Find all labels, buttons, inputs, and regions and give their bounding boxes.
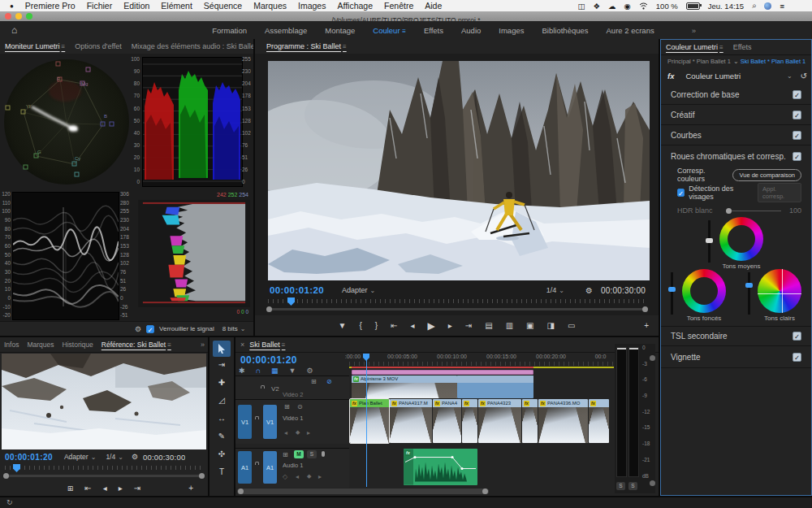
program-zoom-bar[interactable] xyxy=(268,308,646,310)
midtones-slider-handle[interactable] xyxy=(706,238,713,243)
fx-badge[interactable]: fx xyxy=(353,376,359,382)
menu-images[interactable]: Images xyxy=(298,1,326,11)
menu-element[interactable]: Elément xyxy=(161,1,192,11)
tabs-overflow-icon[interactable]: » xyxy=(197,341,208,349)
export-frame-button[interactable]: ▣ xyxy=(526,321,533,330)
slip-tool[interactable]: ↔ xyxy=(209,414,234,423)
correction-checkbox[interactable] xyxy=(793,90,801,99)
v1-clip-short-2[interactable]: fx xyxy=(522,399,538,443)
panel-menu-icon[interactable]: ≡ xyxy=(719,44,723,51)
home-icon[interactable]: ⌂ xyxy=(11,24,17,36)
hdr-value[interactable]: 100 xyxy=(789,206,801,215)
panel-menu-icon[interactable]: ≡ xyxy=(167,341,171,349)
program-scrubber[interactable] xyxy=(268,299,646,303)
add-marker-button[interactable]: ▼ xyxy=(339,321,347,330)
timeline-timecode[interactable]: 00:00:01:20 xyxy=(240,354,297,366)
panel-menu-icon[interactable]: ≡ xyxy=(62,43,66,50)
apply-match-button[interactable]: Appl. corresp. xyxy=(758,183,801,202)
reference-timecode[interactable]: 00:00:01:20 xyxy=(5,453,53,462)
program-zoom-dropdown[interactable]: 1/4⌄ xyxy=(546,286,564,294)
hscroll-handle-left[interactable] xyxy=(238,488,244,494)
comparison-view-button[interactable]: Vue de comparaison xyxy=(732,169,801,181)
vignette-checkbox[interactable] xyxy=(793,353,801,362)
roues-checkbox[interactable] xyxy=(793,152,801,161)
mark-out-button[interactable]: } xyxy=(375,321,378,330)
wifi-icon[interactable] xyxy=(639,2,648,10)
step-forward-button[interactable]: ▸ xyxy=(119,484,123,493)
v1-target-box[interactable]: V1 xyxy=(263,405,277,439)
v3-clip[interactable] xyxy=(352,370,533,375)
effect-dropdown[interactable]: Couleur Lumetri xyxy=(685,72,741,80)
workspace-couleur[interactable]: Couleur ≡ xyxy=(373,26,406,35)
spotlight-icon[interactable]: ⌕ xyxy=(752,1,756,11)
v1-clip-pana4323[interactable]: fxPANA4323 xyxy=(478,399,521,443)
highlights-wheel[interactable] xyxy=(758,269,801,313)
v2-track-id[interactable]: V2 xyxy=(271,385,279,393)
comparison-view-button[interactable]: ◨ xyxy=(547,321,555,330)
shadows-slider[interactable] xyxy=(671,272,673,315)
timeline-vscroll-bottom[interactable] xyxy=(650,480,655,486)
goto-out-button[interactable]: ⇥ xyxy=(134,484,140,493)
timeline-hscrollbar[interactable] xyxy=(237,488,489,494)
menu-edition[interactable]: Edition xyxy=(123,1,149,11)
section-vignette[interactable]: Vignette xyxy=(661,347,811,368)
workspace-audio[interactable]: Audio xyxy=(461,26,481,35)
safe-margins-button[interactable]: ▭ xyxy=(568,321,575,330)
program-timecode[interactable]: 00:00:01:20 xyxy=(270,285,324,295)
menu-marques[interactable]: Marques xyxy=(253,1,287,11)
siri-icon[interactable] xyxy=(764,2,771,10)
workspace-montage[interactable]: Montage xyxy=(325,26,355,35)
pen-tool[interactable]: ✎ xyxy=(209,432,234,441)
tab-couleur-lumetri[interactable]: Couleur Lumetri≡ xyxy=(661,43,728,51)
zoom-bar-handle-right[interactable] xyxy=(199,473,205,479)
meter-solo-right[interactable]: S xyxy=(628,482,637,490)
track-select-tool[interactable]: ⇥ xyxy=(209,360,234,369)
workspace-images[interactable]: Images xyxy=(499,26,524,35)
a1-kf-add-icon[interactable]: ◇ xyxy=(283,473,287,480)
timeline-marker-icon[interactable]: ▼ xyxy=(289,367,296,375)
menu-aide[interactable]: Aide xyxy=(425,1,442,11)
menu-fichier[interactable]: Fichier xyxy=(87,1,113,11)
hscroll-handle-right[interactable] xyxy=(482,488,488,494)
workspace-effets[interactable]: Effets xyxy=(424,26,443,35)
type-tool[interactable]: T xyxy=(209,467,234,476)
status-sync-icon[interactable]: ↻ xyxy=(6,498,13,506)
v2-clip-alpinisme-tail[interactable] xyxy=(457,376,533,398)
v1-source-box[interactable]: V1 xyxy=(238,405,252,439)
a1-kf-icon[interactable]: ◆ xyxy=(307,473,311,480)
v1-clip-pana4[interactable]: fxPANA4 xyxy=(433,399,461,443)
a1-source-box[interactable]: A1 xyxy=(238,451,252,484)
midtones-slider[interactable] xyxy=(708,220,710,263)
zoom-window-button[interactable] xyxy=(26,13,32,20)
program-settings-icon[interactable]: ⚙ xyxy=(585,286,593,295)
fx-badge[interactable]: fx xyxy=(434,401,440,406)
timeline-wrench-icon[interactable]: ⚙ xyxy=(306,367,313,375)
program-fit-dropdown[interactable]: Adapter⌄ xyxy=(342,286,375,294)
linked-selection-icon[interactable]: ∩ xyxy=(256,367,261,375)
tab-sequence-ski-ballet[interactable]: Ski Ballet≡ xyxy=(244,341,290,349)
dropbox-icon[interactable]: ❖ xyxy=(593,2,600,11)
v1-kf-next-icon[interactable]: ▸ xyxy=(307,429,310,436)
lift-button[interactable]: ▤ xyxy=(485,321,492,330)
reference-playhead[interactable] xyxy=(13,464,20,472)
reference-scrubber[interactable] xyxy=(5,466,203,470)
hdr-slider-handle[interactable] xyxy=(726,208,732,214)
goto-out-button[interactable]: ⇥ xyxy=(465,321,472,330)
a1-kf-prev-icon[interactable]: ◂ xyxy=(296,473,299,480)
section-courbes[interactable]: Courbes xyxy=(661,126,811,145)
v1-clip-pana4336[interactable]: fxPANA4336.MO xyxy=(538,399,588,443)
tab-infos[interactable]: Infos xyxy=(0,341,23,349)
transport-plus-button[interactable]: + xyxy=(644,321,649,330)
workspace-bibliotheques[interactable]: Bibliothèques xyxy=(542,26,588,35)
menubar-clock[interactable]: Jeu. 14:15 xyxy=(708,2,744,11)
step-back-button[interactable]: ◂ xyxy=(411,321,415,330)
v1-kf-prev-icon[interactable]: ◂ xyxy=(284,429,287,436)
workspace-aure2ecrans[interactable]: Aure 2 ecrans xyxy=(607,26,654,35)
v1-clip-plan-ballet[interactable]: fx Plan Ballet xyxy=(350,399,389,443)
fx-badge[interactable]: fx xyxy=(464,401,469,406)
fx-badge[interactable]: fx xyxy=(540,401,546,406)
fx-badge[interactable]: fx xyxy=(480,401,486,406)
timeline-settings-icon[interactable]: ▦ xyxy=(271,367,279,375)
chevron-down-icon[interactable]: ⌄ xyxy=(787,72,793,80)
a1-mic-icon[interactable] xyxy=(322,451,325,457)
